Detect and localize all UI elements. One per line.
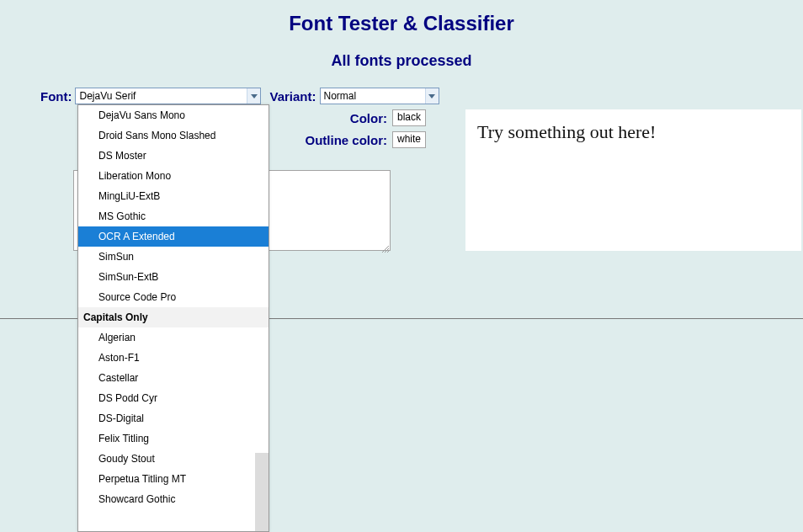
scrollbar[interactable] bbox=[255, 453, 269, 531]
font-preview-panel: Try something out here! bbox=[465, 109, 801, 251]
dropdown-option[interactable]: MS Gothic bbox=[78, 206, 269, 226]
header: Font Tester & Classifier All fonts proce… bbox=[0, 0, 803, 70]
dropdown-option[interactable]: DS Podd Cyr bbox=[78, 388, 269, 408]
dropdown-group-label: Capitals Only bbox=[78, 307, 269, 327]
dropdown-option[interactable]: SimSun-ExtB bbox=[78, 267, 269, 287]
dropdown-option[interactable]: Droid Sans Mono Slashed bbox=[78, 125, 269, 146]
dropdown-option[interactable]: Felix Titling bbox=[78, 428, 269, 449]
page-title: Font Tester & Classifier bbox=[0, 12, 803, 35]
dropdown-option[interactable]: DS-Digital bbox=[78, 408, 269, 428]
font-select-value: DejaVu Serif bbox=[79, 90, 136, 102]
chevron-down-icon bbox=[425, 88, 439, 104]
font-dropdown-list[interactable]: DejaVu Sans MonoDroid Sans Mono SlashedD… bbox=[77, 104, 269, 532]
dropdown-option[interactable]: SimSun bbox=[78, 247, 269, 267]
color-controls: Color: black Outline color: white bbox=[266, 109, 451, 153]
dropdown-option[interactable]: Perpetua Titling MT bbox=[78, 469, 269, 489]
dropdown-option[interactable]: Castellar bbox=[78, 368, 269, 388]
font-select[interactable]: DejaVu Serif bbox=[75, 88, 261, 104]
dropdown-option[interactable]: Source Code Pro bbox=[78, 287, 269, 307]
variant-label: Variant: bbox=[269, 89, 316, 104]
dropdown-option[interactable]: Showcard Gothic bbox=[78, 489, 269, 509]
preview-text: Try something out here! bbox=[477, 121, 656, 142]
dropdown-option[interactable]: Goudy Stout bbox=[78, 449, 269, 469]
font-label: Font: bbox=[40, 89, 72, 104]
page-subtitle: All fonts processed bbox=[0, 52, 803, 70]
outline-color-input[interactable]: white bbox=[392, 131, 426, 148]
outline-color-label: Outline color: bbox=[305, 133, 387, 147]
dropdown-option[interactable]: MingLiU-ExtB bbox=[78, 186, 269, 206]
variant-select[interactable]: Normal bbox=[320, 88, 439, 104]
color-input[interactable]: black bbox=[392, 109, 426, 126]
resize-handle-icon[interactable] bbox=[380, 241, 389, 249]
dropdown-option[interactable]: DS Moster bbox=[78, 146, 269, 166]
dropdown-option[interactable]: OCR A Extended bbox=[78, 226, 269, 247]
controls-row: Font: DejaVu Serif Variant: Normal bbox=[40, 88, 439, 104]
variant-select-value: Normal bbox=[324, 90, 357, 102]
color-label: Color: bbox=[350, 111, 387, 125]
chevron-down-icon bbox=[247, 88, 260, 104]
dropdown-option[interactable]: Liberation Mono bbox=[78, 166, 269, 186]
dropdown-option[interactable]: Aston-F1 bbox=[78, 348, 269, 368]
dropdown-option[interactable]: DejaVu Sans Mono bbox=[78, 105, 269, 125]
dropdown-option[interactable]: Algerian bbox=[78, 327, 269, 348]
